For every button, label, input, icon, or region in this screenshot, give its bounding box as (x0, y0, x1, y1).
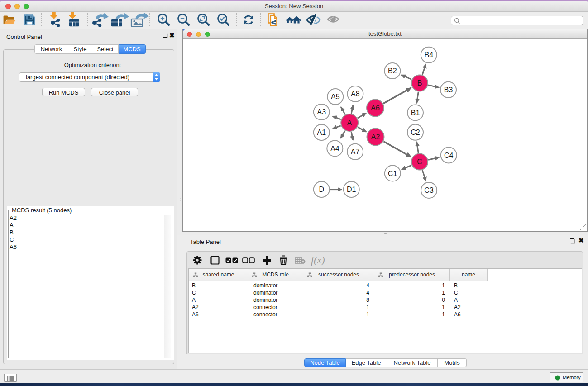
svg-text:A7: A7 (351, 148, 360, 156)
svg-text:D: D (319, 186, 325, 193)
svg-text:A1: A1 (317, 129, 326, 136)
svg-text:C: C (417, 158, 422, 166)
svg-text:A6: A6 (371, 104, 380, 112)
svg-text:B2: B2 (388, 67, 397, 75)
svg-text:C3: C3 (424, 186, 434, 194)
svg-text:A3: A3 (317, 108, 326, 116)
svg-text:C2: C2 (411, 129, 420, 136)
svg-text:C1: C1 (388, 170, 397, 177)
svg-text:B1: B1 (411, 109, 420, 117)
svg-text:C4: C4 (444, 152, 454, 159)
svg-text:A5: A5 (331, 93, 340, 100)
svg-text:A: A (347, 119, 352, 127)
svg-text:A4: A4 (330, 145, 339, 152)
svg-text:B: B (417, 79, 422, 87)
svg-text:B3: B3 (444, 86, 453, 94)
svg-text:A8: A8 (351, 90, 360, 98)
svg-text:B4: B4 (425, 51, 434, 59)
svg-text:A2: A2 (371, 133, 380, 141)
svg-text:D1: D1 (347, 186, 356, 193)
